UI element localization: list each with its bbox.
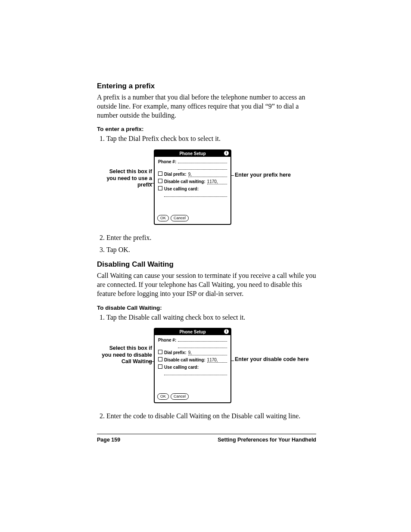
figure-disable-cw: Select this box if you need to disable C…	[106, 328, 324, 405]
heading-entering-prefix: Entering a prefix	[97, 82, 316, 90]
step-2: Enter the prefix.	[106, 233, 316, 243]
use-calling-card-label: Use calling card:	[164, 187, 199, 191]
page-footer: Page 159 Setting Preferences for Your Ha…	[97, 434, 316, 443]
dialog-title-bar: Phone Setup i	[155, 150, 230, 157]
step-2: Enter the code to disable Call Waiting o…	[106, 411, 316, 421]
dialog-title: Phone Setup	[179, 151, 206, 156]
callout-enter-prefix: Enter your prefix here	[235, 172, 312, 179]
steps-enter-prefix-top: Tap the Dial Prefix check box to select …	[97, 134, 316, 143]
page-number: Page 159	[97, 437, 120, 443]
disable-call-waiting-field[interactable]: 1170,	[207, 179, 227, 184]
step-1: Tap the Disable call waiting check box t…	[106, 313, 316, 322]
steps-disable-cw-top: Tap the Disable call waiting check box t…	[97, 313, 316, 322]
disable-call-waiting-checkbox[interactable]	[158, 179, 162, 183]
disable-call-waiting-label: Disable call waiting:	[164, 358, 206, 362]
cancel-button[interactable]: Cancel	[171, 215, 189, 221]
info-icon[interactable]: i	[224, 329, 229, 334]
cancel-button[interactable]: Cancel	[171, 393, 189, 400]
callout-select-prefix-box: Select this box if you need to use a pre…	[100, 168, 152, 189]
chapter-title: Setting Preferences for Your Handheld	[218, 437, 316, 443]
steps-enter-prefix-bottom: Enter the prefix. Tap OK.	[97, 233, 316, 254]
figure-enter-prefix: Select this box if you need to use a pre…	[106, 149, 324, 227]
calling-card-field[interactable]	[164, 193, 227, 197]
disable-call-waiting-field[interactable]: 1170,	[207, 358, 227, 363]
dialog-title: Phone Setup	[179, 330, 206, 334]
dial-prefix-checkbox[interactable]	[158, 171, 162, 176]
dial-prefix-field[interactable]: 9,	[188, 350, 227, 355]
disable-call-waiting-label: Disable call waiting:	[164, 179, 206, 184]
phone-setup-dialog-2: Phone Setup i Phone #: Dial prefix: 9, D…	[154, 328, 231, 403]
step-3: Tap OK.	[106, 245, 316, 255]
ok-button[interactable]: OK	[157, 393, 169, 400]
phone-number-label: Phone #:	[158, 159, 176, 164]
dialog-title-bar: Phone Setup i	[155, 329, 230, 335]
phone-number-label: Phone #:	[158, 338, 176, 342]
info-icon[interactable]: i	[224, 151, 229, 156]
callout-select-cw-box: Select this box if you need to disable C…	[100, 345, 152, 365]
dial-prefix-label: Dial prefix:	[164, 172, 187, 177]
dial-prefix-checkbox[interactable]	[158, 350, 162, 354]
phone-number-field[interactable]	[178, 341, 227, 342]
paragraph-prefix-intro: A prefix is a number that you dial befor…	[97, 93, 316, 120]
paragraph-cw-intro: Call Waiting can cause your session to t…	[97, 271, 316, 298]
phone-number-field[interactable]	[178, 163, 227, 163]
callout-enter-disable-code: Enter your disable code here	[235, 356, 312, 363]
ok-button[interactable]: OK	[157, 215, 169, 221]
calling-card-field[interactable]	[164, 371, 227, 375]
subhead-enter-prefix: To enter a prefix:	[97, 126, 316, 132]
dial-prefix-field[interactable]: 9,	[188, 172, 227, 177]
subhead-disable-cw: To disable Call Waiting:	[97, 305, 316, 311]
phone-setup-dialog: Phone Setup i Phone #: Dial prefix: 9, D…	[154, 149, 231, 225]
dial-prefix-label: Dial prefix:	[164, 350, 187, 355]
heading-disable-cw: Disabling Call Waiting	[97, 260, 316, 269]
disable-call-waiting-checkbox[interactable]	[158, 357, 162, 361]
phone-number-field-2[interactable]	[178, 344, 227, 348]
phone-number-field-2[interactable]	[178, 166, 227, 170]
steps-disable-cw-bottom: Enter the code to disable Call Waiting o…	[97, 411, 316, 421]
step-1: Tap the Dial Prefix check box to select …	[106, 134, 316, 143]
use-calling-card-checkbox[interactable]	[158, 364, 162, 369]
use-calling-card-checkbox[interactable]	[158, 186, 162, 190]
use-calling-card-label: Use calling card:	[164, 365, 199, 370]
